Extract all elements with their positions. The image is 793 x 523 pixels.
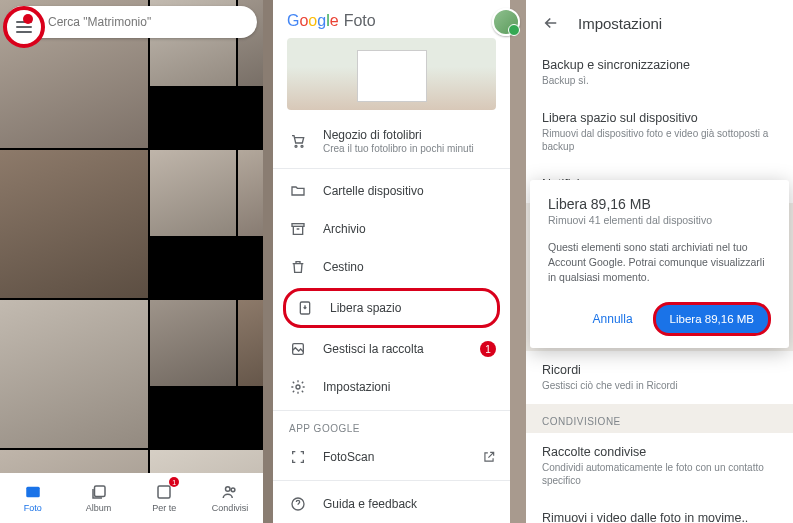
notification-badge: 1: [480, 341, 496, 357]
album-icon: [90, 483, 108, 501]
settings-row-sub: Condividi automaticamente le foto con un…: [542, 461, 777, 487]
search-wrap: Cerca "Matrimonio": [6, 6, 257, 38]
external-link-icon: [482, 450, 496, 464]
bg-strip: [510, 0, 526, 523]
avatar[interactable]: [492, 8, 520, 36]
nav-for-you[interactable]: 1 Per te: [132, 473, 198, 523]
photobook-icon: [357, 50, 427, 102]
drawer-item-device-folders[interactable]: Cartelle dispositivo: [273, 172, 510, 210]
drawer-item-archive[interactable]: Archivio: [273, 210, 510, 248]
drawer-header: Google Foto: [273, 0, 510, 38]
settings-row-title: Rimuovi i video dalle foto in movime..: [542, 511, 777, 523]
trash-icon: [289, 258, 307, 276]
library-icon: [289, 340, 307, 358]
drawer-item-label: Archivio: [323, 222, 366, 236]
svg-point-10: [296, 385, 300, 389]
svg-rect-1: [94, 486, 105, 497]
drawer-item-label: Gestisci la raccolta: [323, 342, 424, 356]
svg-point-4: [231, 488, 235, 492]
settings-row-memories[interactable]: Ricordi Gestisci ciò che vedi in Ricordi: [526, 351, 793, 404]
drawer-item-trash[interactable]: Cestino: [273, 248, 510, 286]
settings-row-title: Backup e sincronizzazione: [542, 58, 777, 72]
settings-row-sub: Gestisci ciò che vedi in Ricordi: [542, 379, 777, 392]
dialog-body: Questi elementi sono stati archiviati ne…: [548, 240, 771, 286]
nav-label: Condivisi: [212, 503, 249, 513]
folder-icon: [289, 182, 307, 200]
bottom-nav: Foto Album 1 Per te Condivisi: [0, 473, 263, 523]
svg-point-6: [301, 145, 303, 147]
photo-thumb[interactable]: [0, 300, 148, 448]
svg-rect-2: [158, 486, 170, 498]
help-icon: [289, 495, 307, 513]
back-button[interactable]: [542, 14, 560, 32]
photo-grid: [0, 0, 263, 501]
settings-section-label: Condivisione: [526, 404, 793, 433]
page-title: Impostazioni: [578, 15, 662, 32]
photo-thumb[interactable]: [150, 300, 236, 386]
google-logo: Google: [287, 12, 339, 30]
notification-badge: 1: [169, 477, 179, 487]
settings-row-shared-libraries[interactable]: Raccolte condivise Condividi automaticam…: [526, 433, 793, 499]
settings-row-title: Libera spazio sul dispositivo: [542, 111, 777, 125]
nav-label: Album: [86, 503, 112, 513]
drawer-item-manage-library[interactable]: Gestisci la raccolta 1: [273, 330, 510, 368]
nav-photos[interactable]: Foto: [0, 473, 66, 523]
settings-topbar: Impostazioni: [526, 0, 793, 46]
drawer-item-label: Cartelle dispositivo: [323, 184, 424, 198]
nav-label: Foto: [24, 503, 42, 513]
screen-drawer: Google Foto Negozio di fotolibri Crea il…: [263, 0, 526, 523]
photo-thumb[interactable]: [238, 150, 263, 236]
dialog-subtitle: Rimuovi 41 elementi dal dispositivo: [548, 214, 771, 226]
menu-button[interactable]: [3, 6, 45, 48]
free-space-dialog: Libera 89,16 MB Rimuovi 41 elementi dal …: [530, 180, 789, 348]
brand-suffix: Foto: [344, 12, 376, 30]
search-placeholder: Cerca "Matrimonio": [48, 15, 151, 29]
settings-row-remove-video[interactable]: Rimuovi i video dalle foto in movime.. C…: [526, 499, 793, 523]
drawer-item-free-space[interactable]: Libera spazio: [283, 288, 500, 328]
nav-drawer: Google Foto Negozio di fotolibri Crea il…: [273, 0, 510, 523]
drawer-item-label: Impostazioni: [323, 380, 390, 394]
drawer-item-fotoscan[interactable]: FotoScan: [273, 438, 510, 476]
svg-rect-0: [26, 487, 40, 498]
photos-icon: [24, 483, 42, 501]
cancel-button[interactable]: Annulla: [583, 304, 643, 334]
gear-icon: [289, 378, 307, 396]
drawer-item-settings[interactable]: Impostazioni: [273, 368, 510, 406]
svg-point-5: [295, 145, 297, 147]
photo-thumb[interactable]: [0, 150, 148, 298]
nav-label: Per te: [152, 503, 176, 513]
cart-icon: [289, 132, 307, 150]
nav-album[interactable]: Album: [66, 473, 132, 523]
dialog-title: Libera 89,16 MB: [548, 196, 771, 212]
drawer-item-photobook[interactable]: Negozio di fotolibri Crea il tuo fotolib…: [273, 118, 510, 164]
drawer-item-label: Libera spazio: [330, 301, 401, 315]
settings-row-title: Raccolte condivise: [542, 445, 777, 459]
settings-row-title: Ricordi: [542, 363, 777, 377]
drawer-item-label: FotoScan: [323, 450, 374, 464]
drawer-item-label: Guida e feedback: [323, 497, 417, 511]
photo-thumb[interactable]: [150, 150, 236, 236]
free-space-icon: [296, 299, 314, 317]
drawer-section-label: APP GOOGLE: [273, 415, 510, 438]
notification-dot-icon: [23, 14, 33, 24]
settings-row-sub: Rimuovi dal dispositivo foto e video già…: [542, 127, 777, 153]
photo-thumb[interactable]: [238, 300, 263, 386]
settings-row-sub: Backup sì.: [542, 74, 777, 87]
screen-settings: Impostazioni Backup e sincronizzazione B…: [526, 0, 793, 523]
people-icon: [221, 483, 239, 501]
scan-icon: [289, 448, 307, 466]
settings-row-backup[interactable]: Backup e sincronizzazione Backup sì.: [526, 46, 793, 99]
drawer-item-label: Negozio di fotolibri: [323, 128, 474, 142]
confirm-free-space-button[interactable]: Libera 89,16 MB: [653, 302, 771, 336]
bg-strip: [263, 0, 273, 523]
screen-photos: Cerca "Matrimonio" Foto Album 1 Per te C…: [0, 0, 263, 523]
svg-rect-7: [292, 224, 304, 227]
archive-icon: [289, 220, 307, 238]
drawer-item-sub: Crea il tuo fotolibro in pochi minuti: [323, 143, 474, 154]
settings-row-free-space[interactable]: Libera spazio sul dispositivo Rimuovi da…: [526, 99, 793, 165]
drawer-item-help[interactable]: Guida e feedback: [273, 485, 510, 523]
promo-card[interactable]: [287, 38, 496, 110]
sync-check-icon: [508, 24, 520, 36]
drawer-item-label: Cestino: [323, 260, 364, 274]
nav-shared[interactable]: Condivisi: [197, 473, 263, 523]
